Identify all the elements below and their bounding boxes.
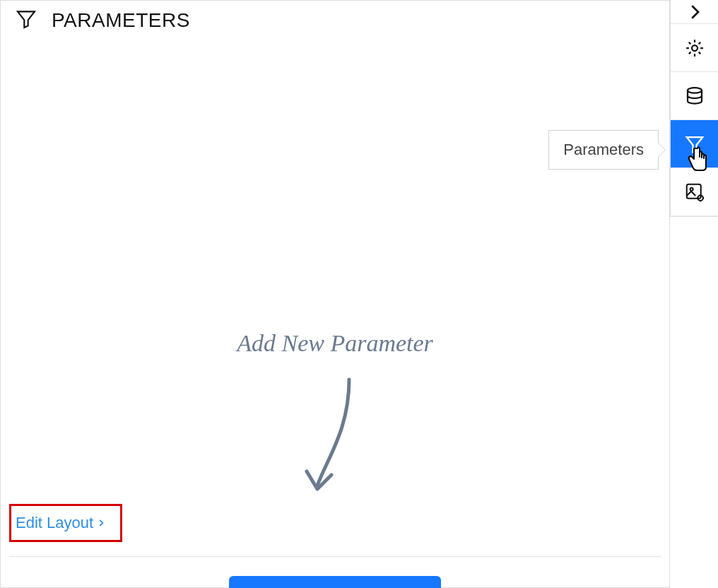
section-divider	[9, 556, 661, 557]
database-icon	[684, 86, 705, 107]
panel-header: PARAMETERS	[1, 1, 669, 40]
edit-layout-highlight: Edit Layout	[9, 504, 122, 542]
parameters-panel: PARAMETERS Add New Parameter Edit Layout	[0, 0, 670, 588]
rail-collapse-button[interactable]	[671, 0, 718, 24]
svg-point-3	[688, 88, 702, 93]
chevron-right-icon	[684, 1, 705, 23]
edit-layout-link[interactable]: Edit Layout	[16, 514, 106, 532]
rail-settings-button[interactable]	[671, 24, 718, 72]
rail-image-settings-button[interactable]	[671, 168, 718, 216]
edit-layout-label: Edit Layout	[16, 514, 93, 532]
right-rail	[670, 0, 718, 588]
new-parameter-button[interactable]: NEW PARAMETER	[229, 576, 441, 588]
image-gear-icon	[684, 182, 705, 203]
add-parameter-hint: Add New Parameter	[237, 330, 433, 357]
panel-body: Add New Parameter Edit Layout	[1, 40, 669, 587]
svg-point-2	[692, 45, 698, 51]
rail-spacer	[671, 216, 718, 217]
tooltip-label: Parameters	[563, 141, 644, 158]
svg-point-5	[690, 187, 693, 190]
panel-title: PARAMETERS	[52, 9, 190, 32]
filter-icon	[684, 134, 705, 155]
app-root: PARAMETERS Add New Parameter Edit Layout	[0, 0, 718, 588]
rail-data-button[interactable]	[671, 72, 718, 120]
hint-arrow-icon	[293, 372, 377, 500]
gear-icon	[684, 37, 705, 59]
parameters-tooltip: Parameters	[548, 130, 659, 170]
rail-parameters-button[interactable]	[671, 120, 718, 168]
chevron-right-icon	[96, 518, 106, 528]
filter-icon	[15, 8, 37, 33]
